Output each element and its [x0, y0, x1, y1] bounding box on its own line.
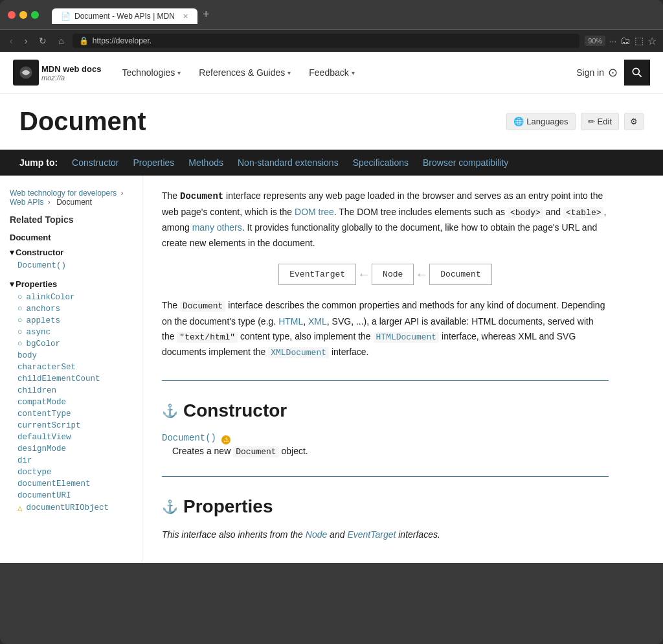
browser-window: 📄 Document - Web APIs | MDN ✕ + ‹ › ↻ ⌂ …: [0, 0, 663, 644]
bookmark-icon[interactable]: ☆: [647, 35, 657, 47]
htmldocument-code: HTMLDocument: [374, 332, 440, 343]
jump-to-methods[interactable]: Methods: [183, 157, 229, 168]
nav-technologies[interactable]: Technologies ▾: [114, 62, 188, 83]
edit-icon: ✏: [588, 117, 595, 126]
sidebar-link-designmode[interactable]: designMode: [17, 444, 66, 454]
xml-link[interactable]: XML: [308, 316, 327, 327]
maximize-button[interactable]: [31, 11, 39, 19]
mdn-logo-icon: [13, 60, 39, 86]
reload-button[interactable]: ↻: [36, 34, 50, 47]
breadcrumb-webtech[interactable]: Web technology for developers: [10, 189, 117, 198]
sidebar-link-async[interactable]: async: [27, 328, 51, 337]
eventtarget-inherit-link[interactable]: EventTarget: [347, 529, 396, 540]
sidebar-link-documenturi[interactable]: documentURI: [17, 491, 71, 500]
deprecated-icon: ○: [17, 316, 23, 325]
svg-point-1: [633, 68, 639, 75]
sidebar-link-documentelement[interactable]: documentElement: [17, 479, 91, 489]
mdn-page: MDN web docs moz://a Technologies ▾ Refe…: [0, 52, 663, 563]
active-tab[interactable]: 📄 Document - Web APIs | MDN ✕: [52, 8, 197, 24]
tab-close-button[interactable]: ✕: [183, 12, 188, 21]
close-button[interactable]: [8, 11, 16, 19]
html-link[interactable]: HTML: [278, 316, 303, 327]
sidebar-link-childelementcount[interactable]: childElementCount: [17, 374, 100, 384]
settings-button[interactable]: ⚙: [624, 113, 644, 130]
edit-button[interactable]: ✏ Edit: [581, 113, 619, 130]
node-inherit-link[interactable]: Node: [306, 529, 327, 540]
sidebar-link-anchors[interactable]: anchors: [27, 305, 61, 314]
breadcrumb-webapis[interactable]: Web APIs: [10, 198, 43, 207]
feedback-dropdown-icon: ▾: [352, 69, 355, 76]
edit-label: Edit: [598, 117, 612, 126]
breadcrumb-current: Document: [56, 198, 92, 207]
gear-icon: ⚙: [630, 117, 638, 126]
jump-to-compat[interactable]: Browser compatibility: [418, 157, 513, 168]
triangle-icon: ▾: [10, 247, 14, 257]
sidebar-link-documenturiobject[interactable]: documentURIObject: [27, 503, 109, 512]
new-tab-button[interactable]: +: [197, 5, 215, 24]
constructor-anchor-link[interactable]: ⚓: [162, 403, 178, 419]
list-item: children: [10, 385, 132, 397]
sidebar-link-compatmode[interactable]: compatMode: [17, 398, 66, 407]
url-bar[interactable]: 🔒 https://developer.: [73, 34, 579, 48]
sidebar-link-applets[interactable]: applets: [27, 316, 61, 325]
htmldocument-link[interactable]: HTMLDocument: [374, 331, 440, 341]
nav-references-label: References & Guides: [199, 67, 285, 78]
svg-line-2: [638, 74, 642, 77]
sidebar-link-document-constructor[interactable]: Document(): [17, 261, 66, 270]
sign-in-button[interactable]: Sign in ⊙: [576, 65, 618, 80]
mdn-logo-svg: [16, 62, 36, 83]
experimental-badge: ⚠: [221, 435, 230, 444]
sidebar-link-alinkcolor[interactable]: alinkColor: [27, 293, 75, 302]
constructor-entry: Document() ⚠ Creates a new Document obje…: [162, 431, 609, 457]
xmldocument-code: XMLDocument: [268, 347, 329, 358]
document-code-2: Document: [180, 301, 225, 312]
triangle-icon: ▾: [10, 279, 14, 289]
properties-anchor-link[interactable]: ⚓: [162, 499, 178, 514]
nav-feedback[interactable]: Feedback ▾: [301, 62, 362, 83]
screenshot-icon[interactable]: ⬚: [635, 35, 644, 47]
intro-paragraph: The Document interface represents any we…: [162, 189, 609, 251]
nav-references[interactable]: References & Guides ▾: [191, 62, 298, 83]
experimental-icon: △: [17, 503, 23, 513]
forward-button[interactable]: ›: [21, 34, 31, 47]
page-title-actions: 🌐 Languages ✏ Edit ⚙: [506, 113, 644, 130]
sidebar-link-characterset[interactable]: characterSet: [17, 363, 76, 372]
deprecated-icon: ○: [17, 305, 23, 314]
sidebar-link-contenttype[interactable]: contentType: [17, 409, 71, 419]
constructor-section-title: Constructor: [183, 400, 287, 421]
properties-intro: This interface also inherits from the No…: [162, 527, 609, 543]
dom-tree-link[interactable]: DOM tree: [295, 207, 334, 217]
ellipsis-icon[interactable]: ···: [609, 36, 616, 46]
sidebar-link-currentscript[interactable]: currentScript: [17, 421, 81, 430]
languages-button[interactable]: 🌐 Languages: [506, 113, 575, 130]
sidebar-link-body[interactable]: body: [17, 351, 37, 360]
many-others-link[interactable]: many others: [192, 222, 242, 233]
jump-to-label: Jump to:: [19, 157, 58, 168]
sidebar-link-dir[interactable]: dir: [17, 456, 32, 465]
document-constructor-link[interactable]: Document(): [162, 433, 216, 443]
sidebar-current-item: Document: [10, 233, 132, 242]
minimize-button[interactable]: [19, 11, 27, 19]
search-button[interactable]: [624, 60, 650, 86]
sidebar-link-defaultview[interactable]: defaultView: [17, 433, 71, 442]
xmldocument-link[interactable]: XMLDocument: [268, 347, 329, 357]
main-content: Web technology for developers › Web APIs…: [0, 176, 663, 563]
constructor-entry-header: Document() ⚠: [162, 431, 609, 443]
traffic-lights: [8, 11, 39, 19]
jump-to-constructor[interactable]: Constructor: [67, 157, 124, 168]
document-code-3: Document: [233, 446, 278, 457]
jump-to-properties[interactable]: Properties: [128, 157, 179, 168]
zoom-level[interactable]: 90%: [585, 36, 605, 46]
jump-to-nonstandard[interactable]: Non-standard extensions: [232, 157, 344, 168]
sidebar-link-doctype[interactable]: doctype: [17, 468, 52, 477]
sidebar-link-bgcolor[interactable]: bgColor: [27, 339, 61, 349]
sidebar-link-children[interactable]: children: [17, 386, 56, 395]
breadcrumb: Web technology for developers › Web APIs…: [10, 189, 132, 207]
jump-to-specifications[interactable]: Specifications: [348, 157, 414, 168]
home-button[interactable]: ⌂: [55, 34, 67, 47]
list-item: △ documentURIObject: [10, 501, 132, 514]
constructor-section-header: ⚓ Constructor: [162, 400, 609, 421]
pocket-icon[interactable]: 🗂: [620, 35, 631, 47]
mdn-logo[interactable]: MDN web docs moz://a: [13, 52, 101, 93]
back-button[interactable]: ‹: [6, 34, 16, 47]
